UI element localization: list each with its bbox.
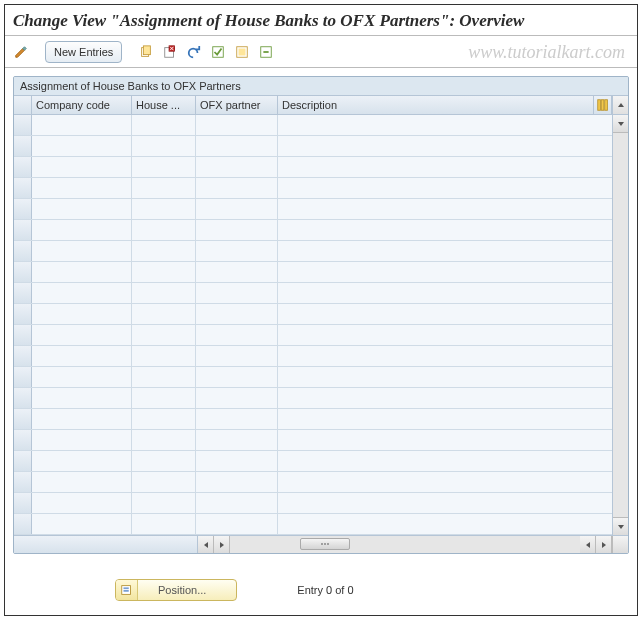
cell-ofx-partner[interactable] [196,367,278,387]
scroll-down-button[interactable] [613,517,629,535]
cell-description[interactable] [278,241,612,261]
row-selector[interactable] [14,346,32,366]
row-selector[interactable] [14,304,32,324]
delete-icon[interactable] [160,42,180,62]
cell-company-code[interactable] [32,325,132,345]
cell-house[interactable] [132,514,196,534]
cell-ofx-partner[interactable] [196,430,278,450]
row-selector-header[interactable] [14,96,32,114]
cell-description[interactable] [278,514,612,534]
cell-house[interactable] [132,409,196,429]
row-selector[interactable] [14,388,32,408]
cell-ofx-partner[interactable] [196,346,278,366]
cell-description[interactable] [278,472,612,492]
cell-description[interactable] [278,178,612,198]
cell-ofx-partner[interactable] [196,304,278,324]
row-selector[interactable] [14,178,32,198]
row-selector[interactable] [14,325,32,345]
row-selector[interactable] [14,472,32,492]
cell-ofx-partner[interactable] [196,283,278,303]
cell-ofx-partner[interactable] [196,157,278,177]
cell-company-code[interactable] [32,199,132,219]
cell-house[interactable] [132,325,196,345]
col-header-description[interactable]: Description [278,96,594,114]
cell-company-code[interactable] [32,178,132,198]
cell-description[interactable] [278,493,612,513]
row-selector[interactable] [14,115,32,135]
row-selector[interactable] [14,493,32,513]
vertical-scrollbar[interactable] [612,115,628,535]
cell-house[interactable] [132,262,196,282]
cell-ofx-partner[interactable] [196,136,278,156]
row-selector[interactable] [14,367,32,387]
cell-company-code[interactable] [32,220,132,240]
cell-ofx-partner[interactable] [196,241,278,261]
cell-ofx-partner[interactable] [196,493,278,513]
cell-ofx-partner[interactable] [196,325,278,345]
cell-house[interactable] [132,241,196,261]
cell-company-code[interactable] [32,115,132,135]
row-selector[interactable] [14,220,32,240]
cell-company-code[interactable] [32,304,132,324]
row-selector[interactable] [14,514,32,534]
cell-company-code[interactable] [32,367,132,387]
cell-company-code[interactable] [32,409,132,429]
cell-house[interactable] [132,388,196,408]
cell-description[interactable] [278,283,612,303]
cell-house[interactable] [132,472,196,492]
cell-house[interactable] [132,157,196,177]
cell-house[interactable] [132,178,196,198]
cell-description[interactable] [278,346,612,366]
cell-company-code[interactable] [32,136,132,156]
cell-house[interactable] [132,367,196,387]
hscroll-thumb[interactable] [300,538,350,550]
scroll-right-button[interactable] [596,536,612,553]
cell-description[interactable] [278,430,612,450]
row-selector[interactable] [14,241,32,261]
cell-ofx-partner[interactable] [196,220,278,240]
cell-description[interactable] [278,199,612,219]
cell-ofx-partner[interactable] [196,409,278,429]
row-selector[interactable] [14,136,32,156]
scroll-down-arrow-top[interactable] [613,115,629,133]
cell-company-code[interactable] [32,388,132,408]
col-header-company-code[interactable]: Company code [32,96,132,114]
cell-company-code[interactable] [32,430,132,450]
cell-description[interactable] [278,325,612,345]
undo-icon[interactable] [184,42,204,62]
scroll-right-step-button[interactable] [214,536,230,553]
cell-ofx-partner[interactable] [196,262,278,282]
cell-ofx-partner[interactable] [196,472,278,492]
cell-company-code[interactable] [32,451,132,471]
cell-description[interactable] [278,115,612,135]
row-selector[interactable] [14,409,32,429]
cell-house[interactable] [132,283,196,303]
cell-ofx-partner[interactable] [196,199,278,219]
cell-description[interactable] [278,157,612,177]
row-selector[interactable] [14,157,32,177]
col-header-ofx-partner[interactable]: OFX partner [196,96,278,114]
deselect-all-icon[interactable] [256,42,276,62]
cell-company-code[interactable] [32,514,132,534]
cell-company-code[interactable] [32,346,132,366]
row-selector[interactable] [14,199,32,219]
cell-description[interactable] [278,388,612,408]
toggle-change-icon[interactable] [11,42,31,62]
cell-ofx-partner[interactable] [196,388,278,408]
configure-columns-icon[interactable] [594,96,612,114]
cell-house[interactable] [132,493,196,513]
cell-company-code[interactable] [32,283,132,303]
cell-ofx-partner[interactable] [196,178,278,198]
cell-description[interactable] [278,409,612,429]
cell-description[interactable] [278,451,612,471]
select-block-icon[interactable] [232,42,252,62]
cell-ofx-partner[interactable] [196,115,278,135]
cell-company-code[interactable] [32,262,132,282]
cell-house[interactable] [132,451,196,471]
cell-description[interactable] [278,262,612,282]
cell-house[interactable] [132,304,196,324]
scroll-left-button[interactable] [198,536,214,553]
cell-description[interactable] [278,220,612,240]
cell-house[interactable] [132,199,196,219]
position-button[interactable]: Position... [115,579,237,601]
